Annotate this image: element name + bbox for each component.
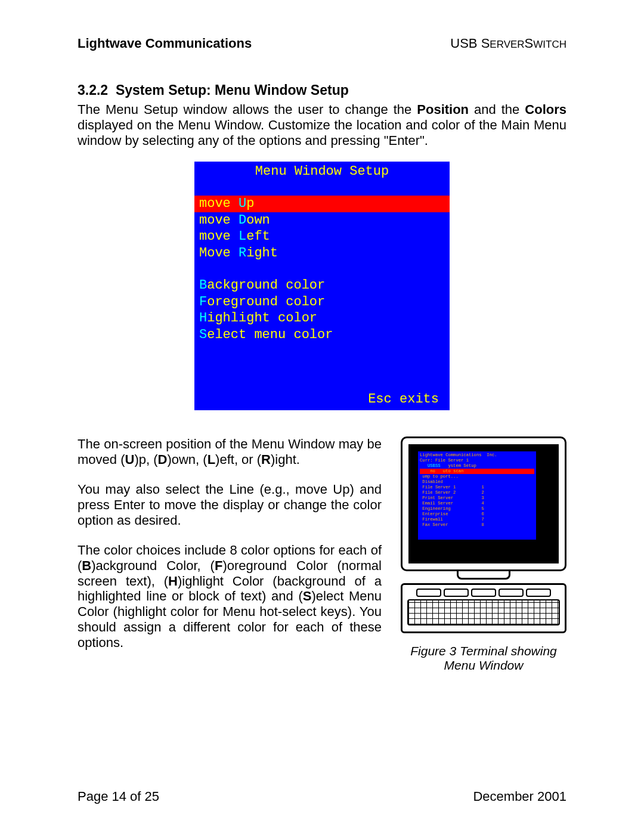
menu-item[interactable]: Select menu color bbox=[194, 327, 450, 343]
section-heading: 3.2.2 System Setup: Menu Window Setup bbox=[78, 82, 566, 98]
menu-item[interactable]: Move Right bbox=[194, 245, 450, 262]
body-p1: The on-screen position of the Menu Windo… bbox=[78, 436, 382, 467]
body-p3: The color choices include 8 color option… bbox=[78, 543, 382, 651]
page-footer: Page 14 of 25 December 2001 bbox=[78, 789, 566, 804]
figure-caption: Figure 3 Terminal showing Menu Window bbox=[401, 644, 566, 673]
header-right: USB SERVERSWITCH bbox=[450, 36, 566, 51]
header-left: Lightwave Communications bbox=[78, 36, 252, 51]
body-p2: You may also select the Line (e.g., move… bbox=[78, 482, 382, 528]
menu-window-setup-box: Menu Window Setup move Upmove Downmove L… bbox=[194, 162, 450, 410]
monitor-icon: Lightwave Communications Inc.Curr: File … bbox=[401, 436, 566, 571]
menu-footer: Esc exits bbox=[194, 391, 450, 410]
menu-title: Menu Window Setup bbox=[194, 162, 450, 180]
menu-item[interactable]: Highlight color bbox=[194, 310, 450, 327]
menu-item[interactable]: Foreground color bbox=[194, 294, 450, 311]
page-header: Lightwave Communications USB SERVERSWITC… bbox=[78, 36, 566, 51]
menu-item[interactable]: Background color bbox=[194, 277, 450, 294]
mini-screen: Lightwave Communications Inc.Curr: File … bbox=[418, 451, 537, 541]
footer-left: Page 14 of 25 bbox=[78, 789, 159, 804]
monitor-stand-icon bbox=[457, 571, 510, 580]
menu-item[interactable]: move Down bbox=[194, 212, 450, 229]
keyboard-icon bbox=[401, 583, 566, 633]
power-led-icon bbox=[542, 556, 549, 559]
menu-item[interactable]: move Up bbox=[194, 196, 450, 212]
intro-paragraph: The Menu Setup window allows the user to… bbox=[78, 102, 566, 148]
menu-item[interactable]: move Left bbox=[194, 228, 450, 245]
terminal-figure: Lightwave Communications Inc.Curr: File … bbox=[401, 436, 566, 673]
footer-right: December 2001 bbox=[473, 789, 566, 804]
